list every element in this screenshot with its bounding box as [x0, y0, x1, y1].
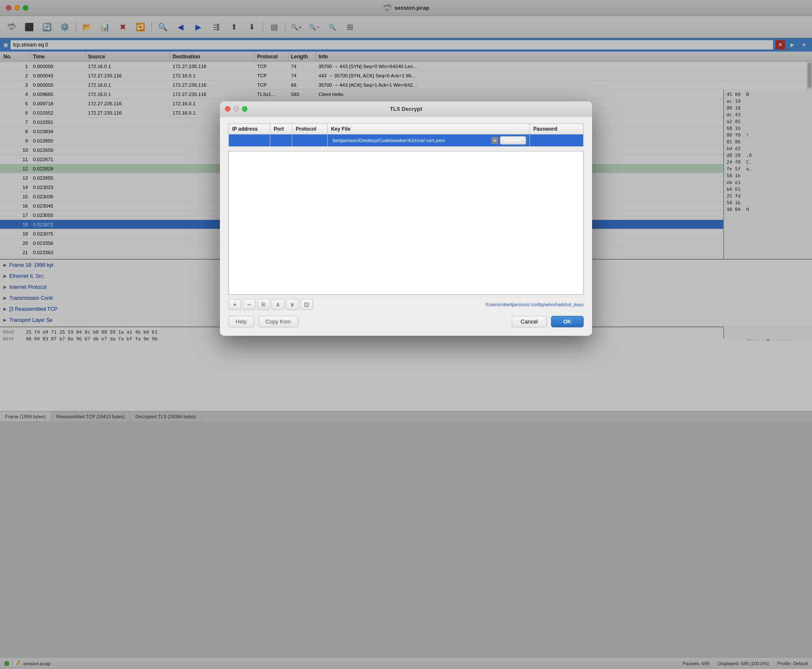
keyfile-cell: bertjamison/Desktop/Codebreaker/A2/root/…: [331, 136, 526, 145]
modal-footer: Help Copy from Cancel OK: [220, 313, 592, 327]
modal-window-controls: [225, 106, 247, 112]
remove-entry-button[interactable]: −: [243, 299, 255, 310]
modal-toolbar: + − ⎘ ∧ ∨ ⊡ /Users/robertjamison/.config…: [220, 295, 592, 313]
th-keyfile: Key File: [327, 124, 529, 134]
keyfile-clear-button[interactable]: ✕: [491, 137, 498, 144]
tls-decrypt-dialog: TLS Decrypt IP address Port Protocol Key…: [220, 101, 592, 336]
th-port: Port: [270, 124, 292, 134]
cell-protocol: [292, 134, 327, 147]
move-down-button[interactable]: ∨: [286, 299, 299, 310]
cell-port: [270, 134, 292, 147]
modal-max-button[interactable]: [242, 106, 247, 112]
cancel-button[interactable]: Cancel: [512, 316, 546, 327]
modal-min-button: [233, 106, 239, 112]
copy-from-button[interactable]: Copy from: [258, 316, 298, 327]
tls-table-row[interactable]: bertjamison/Desktop/Codebreaker/A2/root/…: [229, 134, 584, 147]
modal-close-button[interactable]: [225, 106, 230, 112]
extra-button[interactable]: ⊡: [300, 299, 313, 310]
keyfile-browse-button[interactable]: Browse: [500, 136, 526, 145]
modal-body: IP address Port Protocol Key File Passwo…: [220, 117, 592, 151]
tls-table: IP address Port Protocol Key File Passwo…: [228, 123, 584, 147]
modal-title-bar: TLS Decrypt: [220, 101, 592, 117]
help-button[interactable]: Help: [228, 316, 254, 327]
cell-password[interactable]: [530, 134, 584, 147]
cell-keyfile: bertjamison/Desktop/Codebreaker/A2/root/…: [327, 134, 529, 147]
move-up-button[interactable]: ∧: [272, 299, 284, 310]
th-protocol: Protocol: [292, 124, 327, 134]
add-entry-button[interactable]: +: [228, 299, 241, 310]
ok-button[interactable]: OK: [551, 316, 584, 327]
tls-table-empty-area: [228, 151, 584, 295]
th-ip: IP address: [229, 124, 270, 134]
modal-overlay: TLS Decrypt IP address Port Protocol Key…: [0, 0, 812, 669]
keyfile-value[interactable]: bertjamison/Desktop/Codebreaker/A2/root/…: [331, 137, 490, 144]
th-password: Password: [530, 124, 584, 134]
cell-ip: [229, 134, 270, 147]
copy-entry-button[interactable]: ⎘: [257, 299, 270, 310]
modal-title: TLS Decrypt: [390, 106, 422, 112]
ssl-keys-link[interactable]: /Users/robertjamison/.config/wireshark/s…: [486, 302, 584, 307]
